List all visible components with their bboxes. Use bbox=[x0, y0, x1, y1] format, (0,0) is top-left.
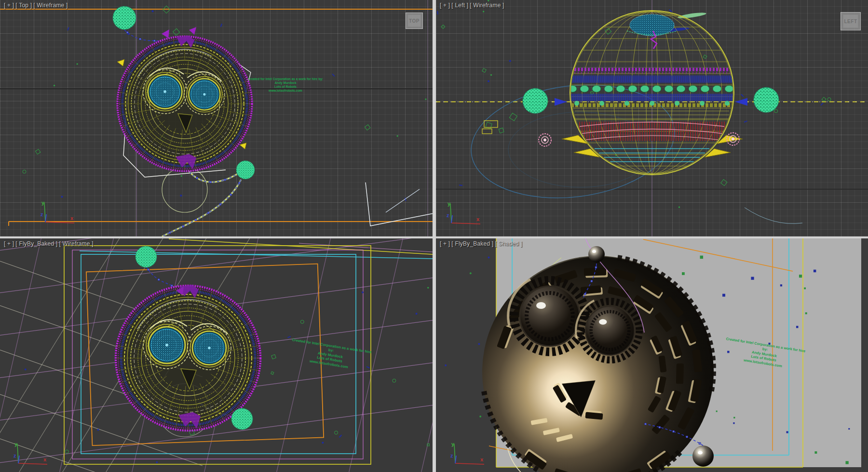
viewport-menu-pov[interactable]: [ + ] bbox=[4, 240, 14, 247]
viewport-left[interactable]: [ + ][ Left ][ Wireframe ] LEFT y x z bbox=[436, 0, 868, 236]
viewport-flyby-wireframe[interactable]: [ + ][ FlyBy_Baked ][ Wireframe ] Create… bbox=[0, 238, 433, 472]
viewport-menu-view[interactable]: [ FlyBy_Baked ] bbox=[451, 240, 493, 247]
axis-z-label: z bbox=[450, 453, 453, 458]
axis-x-label: x bbox=[43, 457, 47, 462]
scene-left-wireframe bbox=[436, 0, 868, 236]
viewport-flyby-shaded[interactable]: [ + ][ FlyBy_Baked ][ Shaded ] Created f… bbox=[436, 238, 868, 472]
axis-tripod: y x z bbox=[437, 200, 485, 228]
viewport-quad-layout: [ + ][ Top ][ Wireframe ] TOP Created fo… bbox=[0, 0, 868, 472]
viewport-menu-pov[interactable]: [ + ] bbox=[4, 2, 14, 9]
axis-y-label: y bbox=[41, 200, 45, 206]
viewport-label: [ + ][ FlyBy_Baked ][ Wireframe ] bbox=[4, 240, 95, 247]
viewcube-face-label: LEFT bbox=[843, 14, 858, 28]
axis-y-label: y bbox=[448, 201, 451, 207]
axis-z-label: z bbox=[447, 212, 449, 218]
viewport-menu-pov[interactable]: [ + ] bbox=[440, 2, 450, 9]
axis-y-label: y bbox=[451, 441, 455, 447]
axis-z-label: z bbox=[14, 453, 16, 458]
viewport-menu-pov[interactable]: [ + ] bbox=[440, 240, 450, 247]
viewport-menu-view[interactable]: [ Left ] bbox=[451, 2, 468, 9]
axis-x-label: x bbox=[480, 457, 484, 462]
viewport-menu-shading[interactable]: [ Shaded ] bbox=[495, 240, 522, 247]
axis-x-label: x bbox=[476, 216, 480, 222]
viewcube-face-label: TOP bbox=[407, 14, 421, 27]
viewport-menu-shading[interactable]: [ Wireframe ] bbox=[33, 2, 68, 9]
axis-y-label: y bbox=[14, 441, 18, 447]
viewport-label: [ + ][ FlyBy_Baked ][ Shaded ] bbox=[440, 240, 524, 247]
viewcube[interactable]: LEFT bbox=[841, 12, 861, 30]
axis-tripod: y x z bbox=[31, 199, 79, 227]
viewport-menu-view[interactable]: [ FlyBy_Baked ] bbox=[15, 240, 57, 247]
viewport-label: [ + ][ Top ][ Wireframe ] bbox=[4, 2, 69, 9]
scene-flyby-shaded bbox=[436, 238, 868, 472]
scene-flyby-wireframe bbox=[0, 238, 433, 472]
axis-x-label: x bbox=[70, 215, 74, 221]
axis-tripod: y x z bbox=[4, 440, 52, 468]
viewport-menu-shading[interactable]: [ Wireframe ] bbox=[470, 2, 504, 9]
axis-tripod: y x z bbox=[441, 440, 489, 468]
viewport-label: [ + ][ Left ][ Wireframe ] bbox=[440, 2, 506, 9]
axis-z-label: z bbox=[41, 211, 43, 217]
viewport-menu-view[interactable]: [ Top ] bbox=[15, 2, 32, 9]
viewport-menu-shading[interactable]: [ Wireframe ] bbox=[59, 240, 93, 247]
viewcube[interactable]: TOP bbox=[406, 13, 423, 29]
viewport-top[interactable]: [ + ][ Top ][ Wireframe ] TOP Created fo… bbox=[0, 0, 433, 236]
